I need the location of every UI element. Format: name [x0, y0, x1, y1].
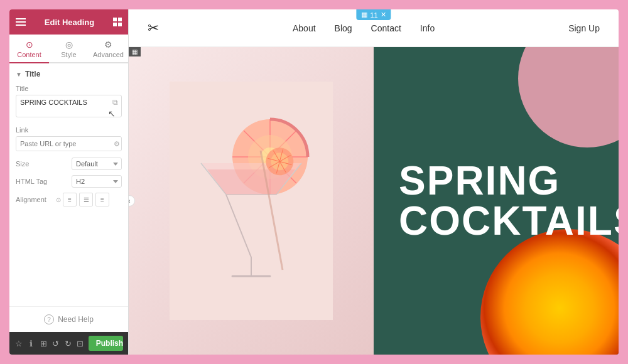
- copy-icon[interactable]: ⧉: [112, 98, 118, 107]
- outer-frame: Edit Heading ⊙ Content ◎ Style ⚙ Advance…: [0, 0, 628, 364]
- link-input-row: ⚙ 🗑: [16, 136, 122, 151]
- advanced-tab-icon: ⚙: [91, 40, 126, 50]
- hero-heading[interactable]: SPRING COCKTAILS: [399, 161, 593, 241]
- nav-signup-button[interactable]: Sign Up: [568, 23, 600, 33]
- editor-container: Edit Heading ⊙ Content ◎ Style ⚙ Advance…: [9, 9, 619, 355]
- hero-heading-line2: COCKTAILS: [399, 198, 619, 244]
- style-tab-label: Style: [51, 51, 86, 58]
- link-field-label: Link: [16, 126, 122, 134]
- alignment-row: Alignment ⊙ ≡ ☰ ≡: [16, 193, 122, 206]
- content-tab-label: Content: [12, 51, 46, 58]
- size-value: Default: [53, 158, 122, 170]
- nav-link-info[interactable]: Info: [420, 23, 435, 33]
- website-nav: ✂ ▦ 11 ✕ About Blog Contact Info Sign Up: [129, 9, 619, 47]
- cocktail-illustration: [170, 82, 333, 320]
- deco-circle-orange: [480, 229, 619, 355]
- content-tab-icon: ⊙: [12, 40, 46, 50]
- advanced-tab-label: Advanced: [91, 51, 126, 58]
- align-center-button[interactable]: ☰: [79, 193, 93, 206]
- deco-circle-pink: [518, 47, 619, 147]
- nav-link-about[interactable]: About: [293, 23, 316, 33]
- panel-topbar-title: Edit Heading: [45, 18, 94, 27]
- html-tag-value: H2: [53, 175, 122, 188]
- link-input-icons: ⚙ 🗑: [111, 140, 122, 148]
- grid-view-icon[interactable]: ⊞: [39, 336, 48, 350]
- left-panel: Edit Heading ⊙ Content ◎ Style ⚙ Advance…: [9, 9, 129, 355]
- section-arrow: ▼: [16, 71, 22, 78]
- nav-links: About Blog Contact Info: [293, 23, 435, 33]
- size-select[interactable]: Default: [72, 158, 122, 170]
- hero-heading-line1: SPRING: [399, 158, 560, 203]
- selection-close[interactable]: ✕: [381, 11, 386, 19]
- grid-icon[interactable]: [113, 18, 122, 26]
- website-content: ▦: [129, 47, 619, 355]
- html-tag-row: HTML Tag H2: [16, 175, 122, 188]
- column-handle[interactable]: ▦: [129, 47, 141, 56]
- svg-rect-0: [170, 82, 333, 320]
- link-settings-icon[interactable]: ⚙: [114, 140, 120, 148]
- help-icon: ?: [44, 314, 54, 324]
- panel-help[interactable]: ? Need Help: [9, 306, 128, 332]
- hamburger-icon[interactable]: [16, 18, 26, 26]
- size-label: Size: [16, 160, 53, 168]
- align-left-button[interactable]: ≡: [63, 193, 77, 206]
- selection-size: 11: [370, 11, 377, 19]
- alignment-label: Alignment: [16, 196, 53, 203]
- selection-indicator: ▦ 11 ✕: [356, 9, 391, 20]
- tab-style[interactable]: ◎ Style: [49, 35, 89, 63]
- section-title-label: Title: [25, 70, 40, 78]
- html-tag-label: HTML Tag: [16, 178, 53, 185]
- selection-icon: ▦: [361, 11, 367, 19]
- cocktail-background: [129, 47, 374, 355]
- panel-bottom-toolbar: ☆ ℹ ⊞ ↺ ↻ ⊡ Publish ▼: [9, 332, 128, 355]
- link-section: Link ⚙ 🗑: [16, 126, 122, 151]
- tab-advanced[interactable]: ⚙ Advanced: [89, 35, 128, 63]
- size-row: Size Default: [16, 158, 122, 170]
- content-right-hero: SPRING COCKTAILS: [374, 47, 619, 355]
- link-input[interactable]: [16, 137, 111, 151]
- content-left-photo: ▦: [129, 47, 374, 355]
- panel-topbar: Edit Heading: [9, 9, 128, 35]
- nav-logo: ✂: [148, 20, 159, 36]
- preview-area: ✂ ▦ 11 ✕ About Blog Contact Info Sign Up: [129, 9, 619, 355]
- tab-content[interactable]: ⊙ Content: [9, 35, 49, 63]
- history-icon[interactable]: ↺: [51, 336, 60, 350]
- alignment-icons: ≡ ☰ ≡: [63, 193, 109, 206]
- style-tab-icon: ◎: [51, 40, 86, 50]
- title-input[interactable]: SPRING COCKTAILS: [16, 95, 122, 117]
- publish-button-group: Publish ▼: [89, 336, 123, 351]
- title-input-container: SPRING COCKTAILS ⧉ ↖: [16, 95, 122, 120]
- help-label: Need Help: [58, 315, 94, 324]
- alignment-hint-icon: ⊙: [56, 196, 61, 203]
- section-title-header: ▼ Title: [16, 70, 122, 78]
- info-icon[interactable]: ℹ: [27, 336, 36, 350]
- html-tag-select[interactable]: H2: [72, 175, 122, 188]
- nav-link-contact[interactable]: Contact: [371, 23, 401, 33]
- responsive-icon[interactable]: ⊡: [76, 336, 85, 350]
- panel-content: ▼ Title Title SPRING COCKTAILS ⧉ ↖ Link …: [9, 63, 128, 306]
- title-field-label: Title: [16, 85, 122, 92]
- align-right-button[interactable]: ≡: [95, 193, 109, 206]
- nav-link-blog[interactable]: Blog: [335, 23, 352, 33]
- settings-icon[interactable]: ☆: [14, 336, 23, 350]
- publish-main-button[interactable]: Publish: [89, 336, 123, 351]
- redo-icon[interactable]: ↻: [64, 336, 73, 350]
- panel-tabs: ⊙ Content ◎ Style ⚙ Advanced: [9, 35, 128, 63]
